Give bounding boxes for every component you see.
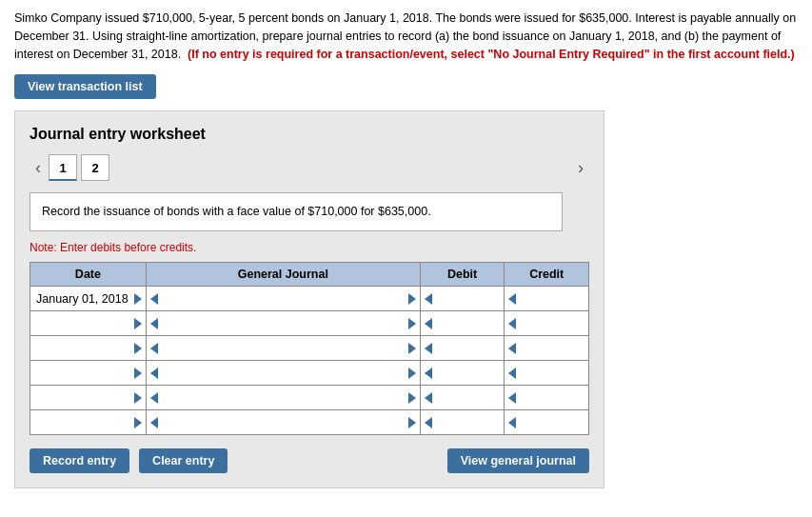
debit-input-2[interactable] [426, 317, 499, 330]
debit-cell-3[interactable] [420, 336, 505, 361]
gj-input-6[interactable] [152, 416, 414, 429]
gj-cell-4[interactable] [146, 361, 420, 386]
debit-cell-2[interactable] [420, 311, 505, 336]
worksheet-title: Journal entry worksheet [30, 126, 589, 143]
expand-triangle-6[interactable] [134, 417, 142, 428]
gj-triangle-right-5 [408, 392, 416, 404]
table-row [30, 336, 589, 361]
gj-cell-3[interactable] [146, 336, 420, 361]
date-cell-5 [30, 386, 147, 410]
view-transaction-button[interactable]: View transaction list [14, 74, 156, 99]
credit-cell-2[interactable] [505, 311, 589, 336]
journal-table: Date General Journal Debit Credit Januar… [30, 262, 589, 435]
debit-input-3[interactable] [426, 342, 499, 355]
header-debit: Debit [420, 263, 505, 287]
credit-input-3[interactable] [510, 342, 583, 355]
expand-triangle-4[interactable] [134, 368, 142, 379]
gj-triangle-right-4 [408, 368, 416, 379]
expand-triangle-5[interactable] [134, 392, 142, 404]
expand-triangle-1[interactable] [134, 293, 142, 305]
gj-cell-2[interactable] [146, 311, 420, 336]
tab-1[interactable]: 1 [49, 154, 77, 181]
debit-triangle-left-4 [425, 368, 432, 379]
credit-triangle-left-2 [508, 318, 516, 329]
credit-triangle-left-4 [508, 368, 516, 379]
gj-triangle-right-6 [408, 417, 416, 428]
date-value-1: January 01, 2018 [36, 292, 129, 306]
intro-text-bold-red: (If no entry is required for a transacti… [188, 48, 795, 61]
credit-input-1[interactable] [510, 292, 583, 306]
debit-triangle-left-3 [425, 343, 432, 354]
debit-triangle-left-2 [425, 318, 432, 329]
table-row: January 01, 2018 [30, 287, 589, 311]
tab-navigation: ‹ 1 2 › [30, 154, 589, 181]
credit-input-4[interactable] [510, 367, 583, 380]
description-text: Record the issuance of bonds with a face… [42, 205, 431, 218]
credit-input-2[interactable] [510, 317, 583, 330]
table-row [30, 361, 589, 386]
gj-input-1[interactable] [152, 292, 414, 306]
record-entry-button[interactable]: Record entry [30, 448, 129, 473]
debit-input-5[interactable] [426, 391, 499, 405]
gj-triangle-right-1 [408, 293, 416, 305]
credit-cell-1[interactable] [505, 287, 589, 311]
credit-triangle-left-6 [508, 417, 516, 428]
debit-triangle-left-5 [425, 392, 432, 404]
header-credit: Credit [505, 263, 589, 287]
table-row [30, 311, 589, 336]
credit-triangle-left-3 [508, 343, 516, 354]
expand-triangle-3[interactable] [134, 343, 142, 354]
credit-triangle-left-5 [508, 392, 516, 404]
debit-input-6[interactable] [426, 416, 499, 429]
gj-input-2[interactable] [152, 317, 414, 330]
date-cell-6 [30, 410, 147, 435]
next-arrow[interactable]: › [572, 156, 589, 180]
date-cell-1: January 01, 2018 [30, 287, 147, 311]
date-cell-3 [30, 336, 147, 361]
action-buttons-row: Record entry Clear entry View general jo… [30, 448, 589, 473]
gj-cell-1[interactable] [146, 287, 420, 311]
gj-triangle-right-2 [408, 318, 416, 329]
credit-cell-5[interactable] [505, 386, 589, 410]
credit-input-6[interactable] [510, 416, 583, 429]
debit-cell-4[interactable] [420, 361, 505, 386]
gj-input-4[interactable] [152, 367, 414, 380]
view-general-journal-button[interactable]: View general journal [447, 448, 589, 473]
debit-cell-5[interactable] [420, 386, 505, 410]
tab-2[interactable]: 2 [81, 154, 109, 181]
gj-input-3[interactable] [152, 342, 414, 355]
date-cell-4 [30, 361, 147, 386]
debit-input-4[interactable] [426, 367, 499, 380]
note-text: Note: Enter debits before credits. [30, 241, 589, 254]
worksheet-container: Journal entry worksheet ‹ 1 2 › Record t… [14, 110, 604, 488]
debit-cell-6[interactable] [420, 410, 505, 435]
gj-triangle-left-2 [150, 318, 158, 329]
credit-cell-4[interactable] [505, 361, 589, 386]
table-row [30, 410, 589, 435]
expand-triangle-2[interactable] [134, 318, 142, 329]
gj-triangle-right-3 [408, 343, 416, 354]
debit-input-1[interactable] [426, 292, 499, 306]
intro-paragraph: Simko Company issued $710,000, 5-year, 5… [14, 10, 798, 63]
description-box: Record the issuance of bonds with a face… [30, 192, 563, 231]
table-row [30, 386, 589, 410]
clear-entry-button[interactable]: Clear entry [139, 448, 228, 473]
credit-cell-6[interactable] [505, 410, 589, 435]
credit-cell-3[interactable] [505, 336, 589, 361]
gj-cell-5[interactable] [146, 386, 420, 410]
header-general-journal: General Journal [146, 263, 420, 287]
prev-arrow[interactable]: ‹ [30, 156, 47, 180]
header-date: Date [30, 263, 147, 287]
debit-triangle-left-6 [425, 417, 432, 428]
gj-triangle-left-1 [150, 293, 158, 305]
debit-cell-1[interactable] [420, 287, 505, 311]
gj-triangle-left-5 [150, 392, 158, 404]
gj-triangle-left-4 [150, 368, 158, 379]
gj-input-5[interactable] [152, 391, 414, 405]
debit-triangle-left-1 [425, 293, 432, 305]
credit-triangle-left-1 [508, 293, 516, 305]
date-cell-2 [30, 311, 147, 336]
gj-triangle-left-3 [150, 343, 158, 354]
gj-cell-6[interactable] [146, 410, 420, 435]
credit-input-5[interactable] [510, 391, 583, 405]
